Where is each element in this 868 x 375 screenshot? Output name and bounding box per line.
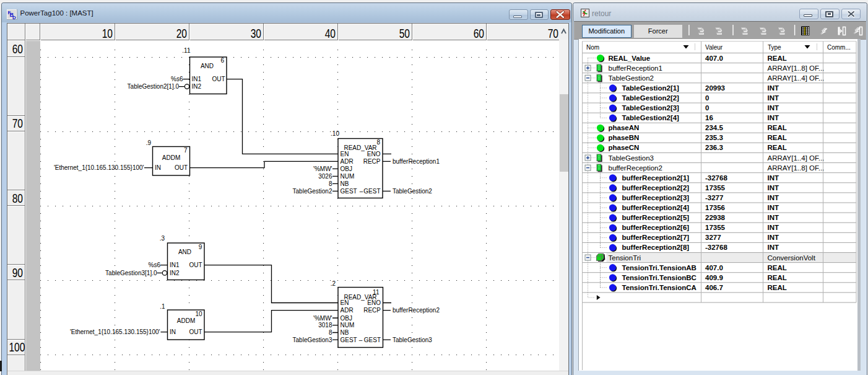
svg-text:GEST: GEST bbox=[363, 188, 380, 195]
svg-text:NB: NB bbox=[341, 180, 349, 187]
svg-text:READ_VAR: READ_VAR bbox=[344, 144, 376, 151]
svg-text:.10: .10 bbox=[331, 130, 339, 137]
svg-text:GEST: GEST bbox=[341, 337, 357, 343]
svg-text:.9: .9 bbox=[146, 139, 152, 146]
svg-text:Valeur: Valeur bbox=[705, 44, 723, 51]
svg-text:TensionTri.TensionCA: TensionTri.TensionCA bbox=[622, 284, 697, 291]
svg-text:INT: INT bbox=[768, 244, 779, 251]
svg-text:ADDM: ADDM bbox=[162, 154, 180, 161]
svg-text:8: 8 bbox=[329, 180, 332, 187]
svg-text:IN1: IN1 bbox=[192, 76, 202, 82]
svg-text:EN: EN bbox=[341, 299, 349, 306]
svg-text:TableGestion2[1]: TableGestion2[1] bbox=[622, 84, 680, 92]
svg-text:REAL: REAL bbox=[768, 274, 787, 281]
svg-text:AND: AND bbox=[178, 249, 191, 255]
svg-text:–: – bbox=[359, 337, 363, 343]
svg-text:bufferReception2[2]: bufferReception2[2] bbox=[622, 184, 690, 192]
svg-text:409.9: 409.9 bbox=[705, 274, 723, 281]
svg-text:TableGestion3: TableGestion3 bbox=[609, 154, 654, 162]
svg-text:INT: INT bbox=[768, 174, 779, 182]
svg-text:GEST: GEST bbox=[364, 337, 381, 343]
svg-text:17356: 17356 bbox=[705, 204, 725, 211]
svg-text:bufferReception2[4]: bufferReception2[4] bbox=[622, 204, 690, 211]
svg-text:NUM: NUM bbox=[341, 322, 355, 329]
svg-text:TensionTri.TensionAB: TensionTri.TensionAB bbox=[622, 264, 697, 271]
svg-text:%s6: %s6 bbox=[149, 262, 161, 268]
svg-text:NUM: NUM bbox=[341, 173, 355, 180]
svg-text:ADR: ADR bbox=[341, 307, 354, 314]
svg-text:407.0: 407.0 bbox=[705, 264, 723, 271]
svg-text:TableGestion2[4]: TableGestion2[4] bbox=[622, 114, 680, 121]
svg-text:ARRAY[1..8] OF...: ARRAY[1..8] OF... bbox=[768, 64, 825, 72]
svg-text:0: 0 bbox=[705, 104, 709, 112]
svg-text:OUT: OUT bbox=[175, 164, 188, 171]
svg-text:bufferReception1: bufferReception1 bbox=[393, 158, 440, 165]
svg-text:ARRAY[1..8] OF...: ARRAY[1..8] OF... bbox=[768, 164, 825, 172]
svg-text:INT: INT bbox=[768, 194, 779, 201]
svg-text:%s6: %s6 bbox=[171, 76, 183, 82]
svg-text:9: 9 bbox=[199, 244, 202, 250]
svg-text:3018: 3018 bbox=[318, 322, 332, 329]
svg-text:Nom: Nom bbox=[586, 44, 599, 51]
svg-text:TableGestion2[3]: TableGestion2[3] bbox=[622, 104, 680, 112]
svg-text:bufferReception2[5]: bufferReception2[5] bbox=[622, 214, 690, 221]
svg-text:TableGestion2: TableGestion2 bbox=[393, 188, 432, 195]
svg-text:Comm...: Comm... bbox=[827, 44, 851, 51]
svg-text:-3277: -3277 bbox=[705, 194, 723, 201]
svg-text:3277: 3277 bbox=[705, 234, 721, 241]
svg-text:Type: Type bbox=[768, 44, 781, 51]
svg-text:0: 0 bbox=[705, 94, 709, 102]
svg-text:'%MW': '%MW' bbox=[313, 165, 332, 172]
svg-text:ConversionVolt: ConversionVolt bbox=[768, 254, 816, 262]
svg-text:IN1: IN1 bbox=[170, 262, 180, 268]
svg-text:6: 6 bbox=[220, 57, 224, 64]
svg-text:16: 16 bbox=[705, 114, 713, 121]
svg-text:INT: INT bbox=[768, 114, 779, 121]
svg-text:ENO: ENO bbox=[367, 299, 381, 306]
svg-text:TensionTri: TensionTri bbox=[609, 254, 641, 262]
svg-text:bufferReception1: bufferReception1 bbox=[609, 64, 662, 72]
svg-text:INT: INT bbox=[768, 94, 779, 102]
svg-text:22938: 22938 bbox=[705, 214, 726, 221]
svg-text:17355: 17355 bbox=[705, 184, 726, 192]
svg-text:RECP: RECP bbox=[363, 158, 381, 165]
svg-text:–: – bbox=[360, 188, 363, 195]
svg-text:IN2: IN2 bbox=[192, 83, 202, 90]
svg-text:IN: IN bbox=[155, 164, 161, 171]
svg-text:bufferReception2[3]: bufferReception2[3] bbox=[622, 194, 690, 201]
svg-text:TableGestion3[1].0: TableGestion3[1].0 bbox=[105, 270, 157, 276]
svg-text:NB: NB bbox=[341, 329, 349, 336]
svg-text:bufferReception2[6]: bufferReception2[6] bbox=[622, 224, 690, 231]
svg-text:IN2: IN2 bbox=[170, 270, 180, 276]
svg-text:bufferReception2[7]: bufferReception2[7] bbox=[622, 234, 690, 241]
svg-text:phaseAN: phaseAN bbox=[609, 124, 640, 131]
svg-text:bufferReception2[8]: bufferReception2[8] bbox=[622, 244, 690, 251]
svg-text:INT: INT bbox=[768, 234, 779, 241]
svg-text:REAL: REAL bbox=[768, 134, 787, 141]
svg-text:.11: .11 bbox=[182, 47, 191, 54]
svg-text:bufferReception2[1]: bufferReception2[1] bbox=[622, 174, 690, 182]
svg-text:OUT: OUT bbox=[212, 76, 225, 82]
svg-text:ENO: ENO bbox=[367, 151, 381, 157]
svg-text:3026: 3026 bbox=[318, 173, 332, 180]
svg-text:236.3: 236.3 bbox=[705, 144, 723, 151]
svg-text:TableGestion2: TableGestion2 bbox=[609, 74, 654, 82]
svg-text:ARRAY[1..4] OF...: ARRAY[1..4] OF... bbox=[768, 154, 825, 162]
svg-text:INT: INT bbox=[768, 214, 779, 221]
svg-text:EN: EN bbox=[341, 151, 349, 157]
svg-text:'%MW': '%MW' bbox=[313, 315, 332, 322]
svg-text:234.5: 234.5 bbox=[705, 124, 723, 131]
svg-text:TableGestion2: TableGestion2 bbox=[293, 188, 332, 195]
svg-text:OBJ: OBJ bbox=[341, 165, 352, 172]
svg-text:235.3: 235.3 bbox=[705, 134, 723, 141]
svg-text:INT: INT bbox=[768, 84, 779, 92]
svg-text:phaseCN: phaseCN bbox=[609, 144, 640, 151]
svg-text:REAL: REAL bbox=[768, 144, 787, 151]
svg-text:8: 8 bbox=[329, 329, 332, 336]
svg-text:REAL: REAL bbox=[768, 124, 787, 131]
svg-text:406.7: 406.7 bbox=[705, 284, 723, 291]
svg-text:REAL: REAL bbox=[768, 284, 787, 291]
svg-text:'Ethernet_1{10.165.130.155}100: 'Ethernet_1{10.165.130.155}100' bbox=[70, 329, 160, 335]
svg-text:-32768: -32768 bbox=[705, 244, 727, 251]
svg-text:phaseBN: phaseBN bbox=[609, 134, 640, 141]
